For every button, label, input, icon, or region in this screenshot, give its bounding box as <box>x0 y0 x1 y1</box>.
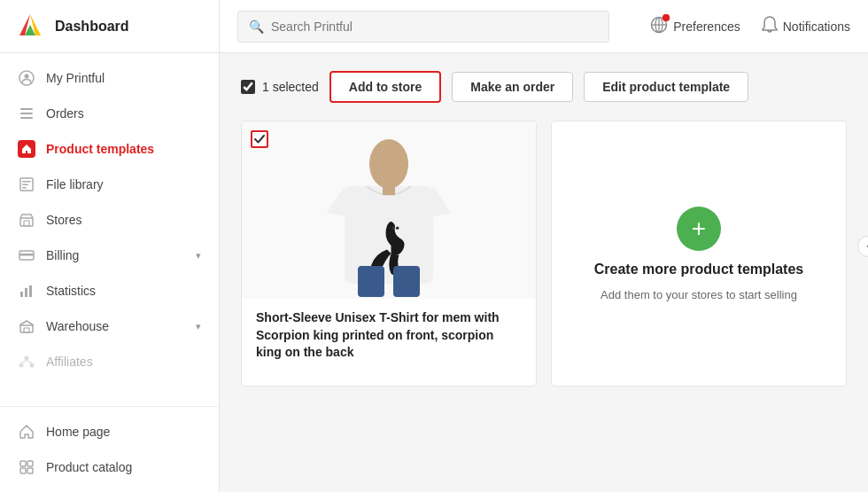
sidebar-item-product-catalog[interactable]: Product catalog <box>0 449 219 485</box>
edit-template-button[interactable]: Edit product template <box>584 72 748 102</box>
notifications-button[interactable]: Notifications <box>762 16 850 36</box>
product-card-image-1 <box>242 121 536 299</box>
product-card-checkbox-1[interactable] <box>251 130 268 148</box>
svg-rect-9 <box>22 181 31 183</box>
svg-line-24 <box>21 361 27 363</box>
my-printful-icon <box>18 69 35 87</box>
topbar: 🔍 Preferences Notifications <box>220 0 868 53</box>
search-box[interactable]: 🔍 <box>237 11 609 43</box>
sidebar-item-stores[interactable]: Stores <box>0 202 219 238</box>
sidebar-item-product-templates-label: Product templates <box>46 142 201 156</box>
create-more-card: + Create more product templates Add them… <box>551 121 847 387</box>
notifications-label: Notifications <box>783 20 850 34</box>
sidebar-header: Dashboard <box>0 0 219 53</box>
file-library-icon <box>18 176 35 193</box>
product-card-1: Short-Sleeve Unisex T-Shirt for mem with… <box>241 121 537 387</box>
svg-rect-10 <box>22 184 28 186</box>
svg-rect-16 <box>20 292 23 297</box>
product-grid: Short-Sleeve Unisex T-Shirt for mem with… <box>241 121 847 387</box>
svg-rect-11 <box>22 187 27 189</box>
make-order-button[interactable]: Make an order <box>452 72 573 102</box>
preferences-label: Preferences <box>673 20 740 34</box>
sidebar-item-billing-label: Billing <box>46 248 196 262</box>
preferences-badge <box>663 14 670 21</box>
billing-chevron-icon: ▾ <box>196 250 201 262</box>
sidebar-item-affiliates-label: Affiliates <box>46 355 201 369</box>
preferences-button[interactable]: Preferences <box>650 16 740 36</box>
notifications-icon-wrap <box>762 16 778 36</box>
warehouse-icon <box>18 317 35 335</box>
sidebar-item-file-library-label: File library <box>46 177 201 191</box>
sidebar-item-warehouse[interactable]: Warehouse ▾ <box>0 308 219 344</box>
affiliates-icon <box>18 353 35 371</box>
svg-point-23 <box>30 363 35 368</box>
create-card-subtitle: Add them to your stores to start selling <box>601 288 797 301</box>
svg-rect-6 <box>20 113 33 114</box>
sidebar-item-product-templates[interactable]: Product templates <box>0 131 219 167</box>
sidebar-item-billing[interactable]: Billing ▾ <box>0 238 219 273</box>
svg-rect-17 <box>25 288 27 297</box>
checkmark-icon <box>254 135 265 144</box>
search-icon: 🔍 <box>249 20 264 34</box>
svg-rect-19 <box>20 325 33 332</box>
svg-rect-5 <box>20 108 33 110</box>
billing-icon <box>18 246 35 264</box>
svg-rect-15 <box>19 254 34 256</box>
sidebar-title: Dashboard <box>55 19 129 35</box>
svg-point-38 <box>396 226 399 230</box>
sidebar-item-affiliates[interactable]: Affiliates <box>0 344 219 379</box>
svg-rect-7 <box>20 117 33 119</box>
svg-point-21 <box>25 356 29 361</box>
statistics-icon <box>18 282 35 300</box>
bell-icon <box>762 16 778 34</box>
svg-point-22 <box>19 363 24 368</box>
select-all-checkbox[interactable] <box>241 80 255 94</box>
product-card-body-1: Short-Sleeve Unisex T-Shirt for mem with… <box>242 299 536 376</box>
sidebar-item-statistics[interactable]: Statistics <box>0 273 219 308</box>
action-bar: 1 selected Add to store Make an order Ed… <box>241 71 847 103</box>
sidebar-item-orders[interactable]: Orders <box>0 96 219 131</box>
sidebar-item-product-catalog-label: Product catalog <box>46 460 201 474</box>
printful-logo <box>14 11 46 43</box>
sidebar: Dashboard My Printful Orders Product tem… <box>0 0 220 492</box>
orders-icon <box>18 105 35 122</box>
svg-rect-13 <box>24 221 29 226</box>
svg-rect-28 <box>20 468 26 473</box>
svg-rect-36 <box>383 182 395 195</box>
topbar-right: Preferences Notifications <box>650 16 850 36</box>
sidebar-item-file-library[interactable]: File library <box>0 167 219 202</box>
preferences-icon-wrap <box>650 16 668 36</box>
content-area: 1 selected Add to store Make an order Ed… <box>220 53 868 492</box>
main-area: 🔍 Preferences Notifications <box>220 0 868 492</box>
svg-rect-40 <box>393 266 420 297</box>
add-to-store-button[interactable]: Add to store <box>329 71 441 103</box>
stores-icon <box>18 211 35 229</box>
product-image-svg <box>309 124 469 297</box>
home-icon <box>18 423 35 441</box>
svg-rect-29 <box>27 468 33 473</box>
create-template-button[interactable]: + <box>677 207 721 251</box>
product-catalog-icon <box>18 458 35 476</box>
sidebar-item-my-printful[interactable]: My Printful <box>0 60 219 96</box>
sidebar-nav: My Printful Orders Product templates Fil… <box>0 53 219 406</box>
product-card-title-1: Short-Sleeve Unisex T-Shirt for mem with… <box>256 309 522 362</box>
search-input[interactable] <box>271 20 598 34</box>
svg-rect-27 <box>27 461 33 466</box>
svg-rect-18 <box>29 285 32 297</box>
sidebar-item-warehouse-label: Warehouse <box>46 319 196 333</box>
sidebar-item-my-printful-label: My Printful <box>46 71 201 85</box>
sidebar-item-home-page[interactable]: Home page <box>0 414 219 449</box>
svg-point-35 <box>369 139 408 189</box>
sidebar-item-home-page-label: Home page <box>46 425 201 439</box>
product-templates-icon <box>18 140 35 158</box>
create-card-title: Create more product templates <box>594 262 804 277</box>
sidebar-bottom: Home page Product catalog <box>0 406 219 492</box>
svg-rect-26 <box>20 461 26 466</box>
svg-rect-39 <box>358 266 384 297</box>
selected-count-label: 1 selected <box>262 80 319 94</box>
warehouse-chevron-icon: ▾ <box>196 321 201 332</box>
svg-line-25 <box>27 361 32 363</box>
selected-indicator: 1 selected <box>241 80 319 94</box>
sidebar-item-stores-label: Stores <box>46 213 201 227</box>
sidebar-item-statistics-label: Statistics <box>46 284 201 298</box>
